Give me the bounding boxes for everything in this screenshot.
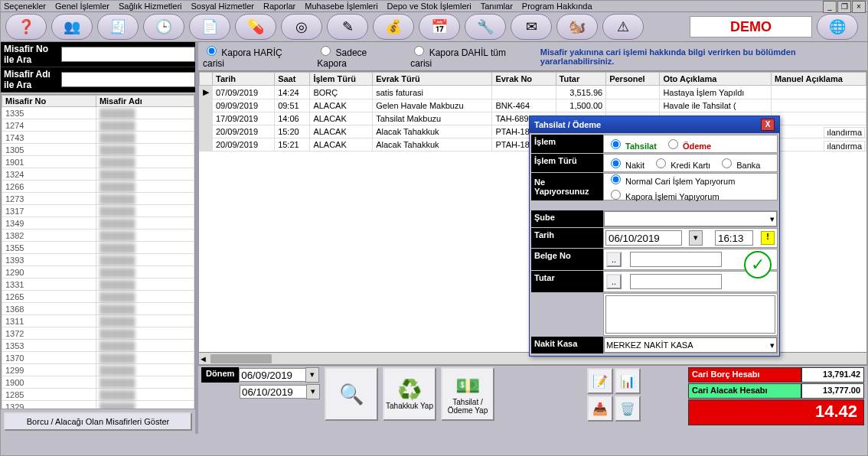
trash-icon[interactable]: 🗑️ [615, 396, 641, 422]
opt-banka[interactable]: Banka [718, 156, 760, 170]
minimize-button[interactable]: _ [823, 1, 837, 13]
dlg-tarih-dd[interactable]: ▾ [689, 230, 703, 246]
col-personel[interactable]: Personel [606, 73, 660, 86]
opt-kapora[interactable]: Kapora İşlemi Yapıyorum [607, 187, 720, 201]
guest-row[interactable]: 1353██████ [2, 340, 194, 352]
search-button[interactable]: 🔍 [325, 367, 378, 421]
help-icon[interactable]: ❓ [5, 14, 47, 40]
guest-row[interactable]: 1311██████ [2, 315, 194, 327]
guest-row[interactable]: 1299██████ [2, 364, 194, 376]
col-evrak-turu[interactable]: Evrak Türü [373, 73, 492, 86]
menu-tanimlar[interactable]: Tanımlar [481, 2, 513, 11]
col-misafir-no[interactable]: Misafir No [2, 96, 96, 107]
menu-secenekler[interactable]: Seçenekler [4, 2, 46, 11]
document-icon[interactable]: 📄 [189, 14, 230, 40]
ledger-row[interactable]: ▶07/09/201914:24BORÇsatis faturasi3,515.… [200, 86, 866, 99]
guest-row[interactable]: 1349██████ [2, 217, 194, 230]
tutar-lookup-button[interactable]: .. [606, 274, 622, 289]
guest-list[interactable]: Misafir No Misafir Adı 1335██████1274███… [1, 94, 195, 409]
opt-odeme[interactable]: Ödeme [664, 137, 711, 151]
guest-row[interactable]: 1900██████ [2, 376, 194, 389]
tahsilat-button[interactable]: 💵Tahsilat / Ödeme Yap [441, 367, 494, 421]
invoice-icon[interactable]: 🧾 [97, 14, 139, 40]
col-manuel[interactable]: Manuel Açıklama [772, 73, 866, 86]
col-evrak-no[interactable]: Evrak No [492, 73, 556, 86]
opt-sadece-kapora[interactable]: Sadece Kapora [317, 44, 396, 69]
warn-icon[interactable]: ⚠ [602, 14, 644, 40]
guest-row[interactable]: 1355██████ [2, 242, 194, 254]
clock-icon[interactable]: 🕒 [143, 14, 184, 40]
confirm-button[interactable]: ✓ [744, 251, 772, 278]
menu-genel[interactable]: Genel İşlemler [55, 2, 109, 11]
donem-end-dd[interactable]: ▾ [306, 384, 320, 399]
wrench-icon[interactable]: 🔧 [465, 14, 506, 40]
menu-muhasebe[interactable]: Muhasebe İşlemleri [305, 2, 377, 11]
tutar-input[interactable] [630, 274, 722, 289]
opt-tahsilat[interactable]: Tahsilat [607, 137, 657, 151]
search-ad-input[interactable] [61, 72, 195, 87]
menu-raporlar[interactable]: Raporlar [263, 2, 295, 11]
sube-select[interactable]: ▾ [604, 211, 777, 226]
donem-start-dd[interactable]: ▾ [305, 367, 319, 383]
col-tarih[interactable]: Tarih [213, 73, 275, 86]
guest-row[interactable]: 1393██████ [2, 254, 194, 266]
guest-row[interactable]: 1266██████ [2, 181, 194, 193]
money-icon[interactable]: 💰 [373, 14, 414, 40]
pen-icon[interactable]: ✎ [327, 14, 368, 40]
opt-normal[interactable]: Normal Cari İşlem Yapıyorum [607, 172, 735, 186]
people-icon[interactable]: 👥 [51, 14, 93, 40]
donem-start-input[interactable] [239, 368, 306, 382]
guest-row[interactable]: 1331██████ [2, 278, 194, 291]
menu-depo[interactable]: Depo ve Stok İşlemleri [387, 2, 472, 11]
opt-kapora-dahil[interactable]: Kapora DAHİL tüm carisi [410, 44, 527, 69]
calendar-icon[interactable]: 📅 [419, 14, 460, 40]
guest-row[interactable]: 1317██████ [2, 205, 194, 217]
guest-row[interactable]: 1372██████ [2, 327, 194, 340]
menu-hakkinda[interactable]: Program Hakkında [522, 2, 592, 11]
guest-row[interactable]: 1285██████ [2, 389, 194, 401]
warn-icon[interactable]: ! [761, 231, 775, 245]
close-button[interactable]: × [852, 1, 866, 13]
guest-row[interactable]: 1743██████ [2, 132, 194, 144]
menu-sosyal[interactable]: Sosyal Hizmetler [191, 2, 255, 11]
restore-button[interactable]: ❐ [837, 1, 851, 13]
target-icon[interactable]: ◎ [281, 14, 322, 40]
col-islem[interactable]: İşlem Türü [310, 73, 373, 86]
globe-icon[interactable]: 🌐 [817, 14, 858, 40]
col-oto[interactable]: Oto Açıklama [660, 73, 772, 86]
guest-row[interactable]: 1273██████ [2, 193, 194, 205]
guest-row[interactable]: 1305██████ [2, 144, 194, 156]
opt-kapora-haric[interactable]: Kapora HARİÇ carisi [203, 44, 303, 69]
aciklama-textarea[interactable] [605, 295, 775, 334]
search-no-input[interactable] [61, 47, 195, 62]
guest-row[interactable]: 1274██████ [2, 119, 194, 132]
menu-saglik[interactable]: Sağlık Hizmetleri [119, 2, 182, 11]
belge-lookup-button[interactable]: .. [606, 252, 622, 267]
mail-icon[interactable]: ✉ [511, 14, 552, 40]
guest-row[interactable]: 1324██████ [2, 168, 194, 181]
col-tutar[interactable]: Tutar [556, 73, 606, 86]
guest-row[interactable]: 1265██████ [2, 291, 194, 303]
donem-end-input[interactable] [240, 385, 307, 399]
show-debtors-button[interactable]: Borcu / Alacağı Olan Misafirleri Göster [4, 412, 192, 431]
opt-kredi[interactable]: Kredi Kartı [652, 156, 710, 170]
col-saat[interactable]: Saat [275, 73, 310, 86]
export-excel-icon[interactable]: 📥 [587, 396, 613, 422]
dlg-tarih-input[interactable] [605, 230, 682, 246]
mascot-icon[interactable]: 🐿️ [556, 14, 598, 40]
edit-doc-icon[interactable]: 📝 [587, 368, 613, 394]
opt-nakit[interactable]: Nakit [607, 156, 644, 170]
dialog-close-button[interactable]: X [761, 119, 775, 131]
ledger-row[interactable]: 09/09/201909:51ALACAKGelen Havale Makbuz… [200, 99, 866, 112]
tahakkuk-button[interactable]: ♻️Tahakkuk Yap [383, 367, 436, 421]
belge-input[interactable] [630, 252, 722, 267]
guest-row[interactable]: 1290██████ [2, 266, 194, 278]
dlg-saat-input[interactable] [715, 230, 753, 246]
col-misafir-adi[interactable]: Misafir Adı [96, 96, 194, 107]
excel-icon[interactable]: 📊 [615, 368, 641, 394]
guest-row[interactable]: 1370██████ [2, 352, 194, 364]
pills-icon[interactable]: 💊 [235, 14, 276, 40]
guest-row[interactable]: 1329██████ [2, 401, 194, 410]
guest-row[interactable]: 1901██████ [2, 156, 194, 168]
guest-row[interactable]: 1335██████ [2, 107, 194, 119]
